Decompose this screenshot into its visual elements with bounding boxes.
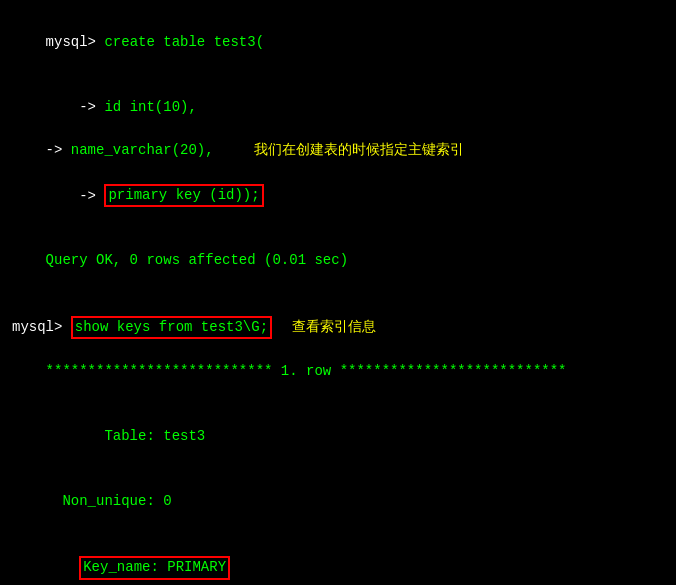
line-query-ok: Query OK, 0 rows affected (0.01 sec) bbox=[12, 229, 664, 294]
blank-line-1 bbox=[12, 294, 664, 316]
prompt: mysql> bbox=[46, 34, 105, 50]
line-table: Table: test3 bbox=[12, 404, 664, 469]
line-separator: *************************** 1. row *****… bbox=[12, 339, 664, 404]
primary-key-box: primary key (id)); bbox=[104, 184, 263, 208]
query-result: Query OK, 0 rows affected (0.01 sec) bbox=[46, 252, 348, 268]
line-create-table: mysql> create table test3( bbox=[12, 10, 664, 75]
continuation-arrow: -> bbox=[46, 99, 105, 115]
label-table: Table: test3 bbox=[46, 428, 206, 444]
terminal-window: mysql> create table test3( -> id int(10)… bbox=[12, 10, 664, 575]
line-show-keys: mysql> show keys from test3\G; 查看索引信息 bbox=[12, 316, 664, 340]
id-definition: id int(10), bbox=[104, 99, 196, 115]
cmd-create: create table test3( bbox=[104, 34, 264, 50]
line-non-unique: Non_unique: 0 bbox=[12, 469, 664, 534]
continuation-arrow3: -> bbox=[46, 187, 105, 203]
line-id-field: -> id int(10), bbox=[12, 75, 664, 140]
line-key-name: Key_name: PRIMARY bbox=[12, 534, 664, 585]
comment-create-index: 我们在创建表的时候指定主键索引 bbox=[254, 140, 464, 162]
line-name-field: -> name_varchar(20), 我们在创建表的时候指定主键索引 bbox=[12, 140, 664, 162]
show-keys-cmd-box: show keys from test3\G; bbox=[71, 316, 272, 340]
continuation-arrow2: -> bbox=[12, 140, 71, 162]
label-key-name-prefix bbox=[46, 560, 80, 576]
prompt2: mysql> bbox=[12, 317, 71, 339]
name-definition: name_varchar(20), bbox=[71, 140, 214, 162]
key-name-box: Key_name: PRIMARY bbox=[79, 556, 230, 580]
label-non-unique: Non_unique: 0 bbox=[46, 493, 172, 509]
separator-text: *************************** 1. row *****… bbox=[46, 363, 567, 379]
comment-show-keys: 查看索引信息 bbox=[292, 317, 376, 339]
line-primary-key: -> primary key (id)); bbox=[12, 162, 664, 229]
